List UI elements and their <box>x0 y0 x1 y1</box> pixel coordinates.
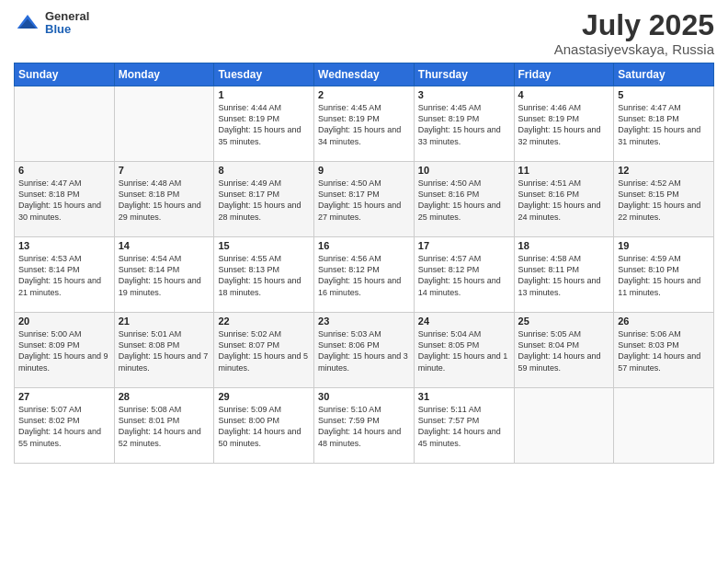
table-row: 21Sunrise: 5:01 AMSunset: 8:08 PMDayligh… <box>114 313 214 388</box>
day-info: Sunrise: 4:50 AMSunset: 8:17 PMDaylight:… <box>318 178 410 223</box>
table-row: 27Sunrise: 5:07 AMSunset: 8:02 PMDayligh… <box>15 388 115 464</box>
header-sunday: Sunday <box>15 63 115 86</box>
table-row: 12Sunrise: 4:52 AMSunset: 8:15 PMDayligh… <box>614 162 714 237</box>
table-row: 14Sunrise: 4:54 AMSunset: 8:14 PMDayligh… <box>114 237 214 313</box>
logo-icon <box>14 9 41 37</box>
header-friday: Friday <box>514 63 614 86</box>
day-number: 28 <box>119 391 210 402</box>
table-row: 30Sunrise: 5:10 AMSunset: 7:59 PMDayligh… <box>314 388 415 464</box>
day-info: Sunrise: 4:49 AMSunset: 8:17 PMDaylight:… <box>218 178 310 223</box>
table-row <box>614 388 714 464</box>
day-info: Sunrise: 5:02 AMSunset: 8:07 PMDaylight:… <box>218 328 310 373</box>
day-number: 13 <box>18 240 110 251</box>
page-header: General Blue July 2025 Anastasiyevskaya,… <box>14 9 714 57</box>
day-info: Sunrise: 5:01 AMSunset: 8:08 PMDaylight:… <box>119 328 210 373</box>
header-thursday: Thursday <box>414 63 514 86</box>
day-info: Sunrise: 4:51 AMSunset: 8:16 PMDaylight:… <box>518 178 610 223</box>
day-info: Sunrise: 5:10 AMSunset: 7:59 PMDaylight:… <box>318 404 410 449</box>
day-info: Sunrise: 5:03 AMSunset: 8:06 PMDaylight:… <box>318 328 410 373</box>
table-row: 1Sunrise: 4:44 AMSunset: 8:19 PMDaylight… <box>214 86 314 162</box>
day-number: 4 <box>518 89 610 100</box>
day-info: Sunrise: 5:06 AMSunset: 8:03 PMDaylight:… <box>618 328 710 373</box>
day-info: Sunrise: 4:57 AMSunset: 8:12 PMDaylight:… <box>418 253 510 298</box>
day-info: Sunrise: 4:50 AMSunset: 8:16 PMDaylight:… <box>418 178 510 223</box>
header-monday: Monday <box>114 63 214 86</box>
table-row: 25Sunrise: 5:05 AMSunset: 8:04 PMDayligh… <box>514 313 614 388</box>
day-number: 17 <box>418 240 510 251</box>
table-row: 26Sunrise: 5:06 AMSunset: 8:03 PMDayligh… <box>614 313 714 388</box>
calendar-table: Sunday Monday Tuesday Wednesday Thursday… <box>14 63 714 464</box>
table-row: 7Sunrise: 4:48 AMSunset: 8:18 PMDaylight… <box>114 162 214 237</box>
day-info: Sunrise: 4:55 AMSunset: 8:13 PMDaylight:… <box>218 253 310 298</box>
day-number: 2 <box>318 89 410 100</box>
table-row: 18Sunrise: 4:58 AMSunset: 8:11 PMDayligh… <box>514 237 614 313</box>
day-number: 21 <box>119 316 210 327</box>
table-row: 28Sunrise: 5:08 AMSunset: 8:01 PMDayligh… <box>114 388 214 464</box>
table-row: 8Sunrise: 4:49 AMSunset: 8:17 PMDaylight… <box>214 162 314 237</box>
day-number: 27 <box>18 391 110 402</box>
day-info: Sunrise: 4:52 AMSunset: 8:15 PMDaylight:… <box>618 178 710 223</box>
table-row: 24Sunrise: 5:04 AMSunset: 8:05 PMDayligh… <box>414 313 514 388</box>
table-row: 29Sunrise: 5:09 AMSunset: 8:00 PMDayligh… <box>214 388 314 464</box>
day-number: 11 <box>518 165 610 176</box>
header-saturday: Saturday <box>614 63 714 86</box>
table-row: 3Sunrise: 4:45 AMSunset: 8:19 PMDaylight… <box>414 86 514 162</box>
table-row: 20Sunrise: 5:00 AMSunset: 8:09 PMDayligh… <box>15 313 115 388</box>
day-info: Sunrise: 4:59 AMSunset: 8:10 PMDaylight:… <box>618 253 710 298</box>
day-info: Sunrise: 4:53 AMSunset: 8:14 PMDaylight:… <box>18 253 110 298</box>
day-number: 22 <box>218 316 310 327</box>
table-row: 23Sunrise: 5:03 AMSunset: 8:06 PMDayligh… <box>314 313 415 388</box>
table-row: 4Sunrise: 4:46 AMSunset: 8:19 PMDaylight… <box>514 86 614 162</box>
day-number: 20 <box>18 316 110 327</box>
day-info: Sunrise: 5:05 AMSunset: 8:04 PMDaylight:… <box>518 328 610 373</box>
day-number: 6 <box>18 165 110 176</box>
table-row: 9Sunrise: 4:50 AMSunset: 8:17 PMDaylight… <box>314 162 415 237</box>
day-info: Sunrise: 5:11 AMSunset: 7:57 PMDaylight:… <box>418 404 510 449</box>
table-row: 15Sunrise: 4:55 AMSunset: 8:13 PMDayligh… <box>214 237 314 313</box>
day-info: Sunrise: 5:00 AMSunset: 8:09 PMDaylight:… <box>18 328 110 373</box>
calendar-header-row: Sunday Monday Tuesday Wednesday Thursday… <box>15 63 714 86</box>
day-info: Sunrise: 5:04 AMSunset: 8:05 PMDaylight:… <box>418 328 510 373</box>
day-number: 5 <box>618 89 710 100</box>
day-number: 8 <box>218 165 310 176</box>
table-row: 19Sunrise: 4:59 AMSunset: 8:10 PMDayligh… <box>614 237 714 313</box>
table-row: 6Sunrise: 4:47 AMSunset: 8:18 PMDaylight… <box>15 162 115 237</box>
day-number: 29 <box>218 391 310 402</box>
table-row: 13Sunrise: 4:53 AMSunset: 8:14 PMDayligh… <box>15 237 115 313</box>
day-number: 7 <box>119 165 210 176</box>
table-row: 16Sunrise: 4:56 AMSunset: 8:12 PMDayligh… <box>314 237 415 313</box>
day-number: 14 <box>119 240 210 251</box>
day-info: Sunrise: 4:44 AMSunset: 8:19 PMDaylight:… <box>218 102 310 147</box>
table-row: 10Sunrise: 4:50 AMSunset: 8:16 PMDayligh… <box>414 162 514 237</box>
day-number: 25 <box>518 316 610 327</box>
title-block: July 2025 Anastasiyevskaya, Russia <box>554 9 714 57</box>
day-info: Sunrise: 4:47 AMSunset: 8:18 PMDaylight:… <box>18 178 110 223</box>
table-row: 11Sunrise: 4:51 AMSunset: 8:16 PMDayligh… <box>514 162 614 237</box>
calendar-title: July 2025 <box>554 9 714 41</box>
table-row: 17Sunrise: 4:57 AMSunset: 8:12 PMDayligh… <box>414 237 514 313</box>
day-info: Sunrise: 4:58 AMSunset: 8:11 PMDaylight:… <box>518 253 610 298</box>
day-info: Sunrise: 5:08 AMSunset: 8:01 PMDaylight:… <box>119 404 210 449</box>
day-info: Sunrise: 4:48 AMSunset: 8:18 PMDaylight:… <box>119 178 210 223</box>
day-number: 16 <box>318 240 410 251</box>
day-number: 18 <box>518 240 610 251</box>
day-number: 12 <box>618 165 710 176</box>
day-info: Sunrise: 4:47 AMSunset: 8:18 PMDaylight:… <box>618 102 710 147</box>
day-number: 19 <box>618 240 710 251</box>
day-info: Sunrise: 4:45 AMSunset: 8:19 PMDaylight:… <box>418 102 510 147</box>
header-wednesday: Wednesday <box>314 63 415 86</box>
day-number: 23 <box>318 316 410 327</box>
logo-text: General Blue <box>45 10 89 37</box>
day-number: 9 <box>318 165 410 176</box>
table-row: 2Sunrise: 4:45 AMSunset: 8:19 PMDaylight… <box>314 86 415 162</box>
day-info: Sunrise: 5:07 AMSunset: 8:02 PMDaylight:… <box>18 404 110 449</box>
day-info: Sunrise: 4:56 AMSunset: 8:12 PMDaylight:… <box>318 253 410 298</box>
table-row: 31Sunrise: 5:11 AMSunset: 7:57 PMDayligh… <box>414 388 514 464</box>
day-number: 24 <box>418 316 510 327</box>
day-number: 30 <box>318 391 410 402</box>
table-row: 5Sunrise: 4:47 AMSunset: 8:18 PMDaylight… <box>614 86 714 162</box>
table-row <box>15 86 115 162</box>
day-info: Sunrise: 5:09 AMSunset: 8:00 PMDaylight:… <box>218 404 310 449</box>
table-row <box>114 86 214 162</box>
day-number: 3 <box>418 89 510 100</box>
